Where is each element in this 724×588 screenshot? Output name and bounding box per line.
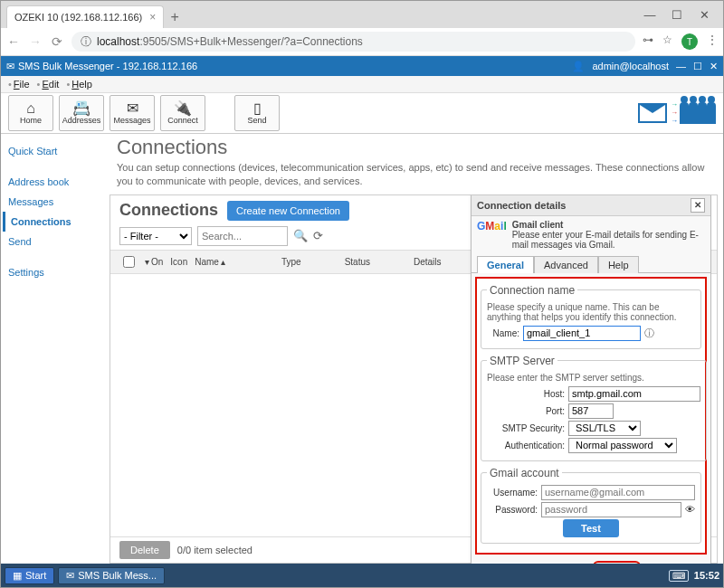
- sidebar-item-settings[interactable]: Settings: [3, 262, 102, 282]
- fieldset-connection-name: Connection name Please specify a unique …: [481, 284, 701, 349]
- back-icon[interactable]: ←: [6, 34, 21, 49]
- search-icon[interactable]: 🔍: [293, 229, 308, 242]
- select-all-checkbox[interactable]: [123, 256, 135, 268]
- maximize-icon[interactable]: ☐: [663, 1, 691, 28]
- auth-select[interactable]: Normal password: [568, 438, 677, 453]
- keyboard-icon[interactable]: ⌨: [669, 570, 689, 582]
- info-icon[interactable]: ⓘ: [81, 34, 91, 50]
- envelope-icon: ✉: [127, 101, 138, 116]
- new-tab-button[interactable]: +: [164, 6, 186, 28]
- host-input[interactable]: [568, 386, 700, 402]
- eye-icon[interactable]: 👁: [685, 504, 695, 515]
- filter-select[interactable]: - Filter -: [119, 227, 192, 245]
- taskbar: ▦ Start ✉ SMS Bulk Mess... ⌨ 15:52: [1, 564, 723, 587]
- col-on[interactable]: ▾ On: [145, 257, 163, 267]
- auth-label: Authentication:: [487, 441, 565, 450]
- toolbar-addresses-button[interactable]: 📇Addresses: [59, 95, 104, 131]
- phone-icon: ▯: [253, 101, 262, 116]
- username-label: Username:: [487, 488, 538, 498]
- security-label: SMTP Security:: [487, 423, 565, 433]
- page-description: You can setup connections (devices, tele…: [104, 159, 723, 194]
- home-icon: ⌂: [26, 101, 35, 116]
- address-bar[interactable]: ⓘ localhost:9505/SMS+Bulk+Messenger/?a=C…: [71, 32, 635, 52]
- conn-name-hint: Please specify a unique name. This can b…: [487, 302, 695, 322]
- fieldset-gmail-account: Gmail account Username: Password:👁 Test: [481, 467, 701, 544]
- panel-close-icon[interactable]: ✕: [691, 198, 705, 213]
- sidebar-item-addressbook[interactable]: Address book: [3, 172, 102, 192]
- test-button[interactable]: Test: [563, 519, 619, 537]
- close-icon[interactable]: ×: [149, 11, 156, 24]
- sidebar-item-quickstart[interactable]: Quick Start: [3, 141, 102, 161]
- menu-file[interactable]: FFileile: [14, 79, 30, 90]
- name-label: Name:: [487, 328, 519, 338]
- details-title: Connection details: [477, 200, 566, 211]
- url-host: localhost: [97, 35, 139, 48]
- browser-tabbar: OZEKI 10 (192.168.112.166) × + — ☐ ✕: [1, 1, 723, 28]
- side-nav: Quick Start Address book Messages Connec…: [1, 134, 104, 564]
- forward-icon: →: [28, 34, 43, 49]
- port-input[interactable]: [568, 403, 614, 419]
- page-title: Connections: [104, 136, 723, 159]
- user-icon: 👤: [572, 61, 585, 72]
- delete-button[interactable]: Delete: [119, 541, 170, 559]
- user-label[interactable]: admin@localhost: [592, 61, 669, 71]
- connections-heading: Connections: [119, 201, 218, 220]
- app-maximize-icon[interactable]: ☐: [693, 61, 702, 72]
- client-desc: Please enter your E-mail details for sen…: [512, 230, 705, 250]
- menu-help[interactable]: Help: [71, 79, 92, 90]
- url-path: :9505/SMS+Bulk+Messenger/?a=Connections: [139, 35, 363, 48]
- close-window-icon[interactable]: ✕: [691, 1, 718, 28]
- port-label: Port:: [487, 406, 565, 416]
- menubar: •FFileile •Edit •Help: [1, 76, 723, 93]
- col-status[interactable]: Status: [345, 257, 370, 267]
- star-icon[interactable]: ☆: [662, 33, 672, 50]
- start-button[interactable]: ▦ Start: [5, 567, 54, 584]
- menu-edit[interactable]: Edit: [42, 79, 59, 90]
- col-details[interactable]: Details: [414, 257, 442, 267]
- connections-panel: Connections Create new Connection - Filt…: [110, 194, 718, 564]
- tab-help[interactable]: Help: [598, 256, 639, 273]
- sidebar-item-send[interactable]: Send: [3, 232, 102, 251]
- tab-advanced[interactable]: Advanced: [534, 256, 598, 273]
- host-label: Host:: [487, 389, 565, 399]
- app-minimize-icon[interactable]: —: [676, 61, 686, 71]
- legend-gmail: Gmail account: [487, 467, 562, 479]
- fieldset-smtp: SMTP Server Please enter the SMTP server…: [481, 355, 707, 461]
- name-input[interactable]: [523, 326, 641, 341]
- password-label: Password:: [487, 505, 538, 515]
- key-icon[interactable]: ⊶: [643, 33, 653, 50]
- reload-icon[interactable]: ⟳: [50, 34, 64, 49]
- toolbar-connect-button[interactable]: 🔌Connect: [160, 95, 205, 131]
- tab-title: OZEKI 10 (192.168.112.166): [14, 12, 142, 23]
- toolbar-messages-button[interactable]: ✉Messages: [110, 95, 155, 131]
- col-type[interactable]: Type: [281, 257, 301, 267]
- addressbook-icon: 📇: [72, 101, 90, 116]
- toolbar-send-button[interactable]: ▯Send: [234, 95, 280, 131]
- client-title: Gmail client: [512, 220, 705, 230]
- security-select[interactable]: SSL/TLS: [568, 421, 641, 436]
- col-icon[interactable]: Icon: [170, 257, 187, 267]
- toolbar-home-button[interactable]: ⌂Home: [8, 95, 53, 131]
- search-input[interactable]: [197, 226, 288, 246]
- refresh-icon[interactable]: ⟳: [313, 229, 323, 242]
- sidebar-item-messages[interactable]: Messages: [3, 192, 102, 212]
- app-title: SMS Bulk Messenger - 192.168.112.166: [18, 61, 197, 71]
- tab-general[interactable]: General: [477, 256, 534, 273]
- app-close-icon[interactable]: ✕: [710, 61, 718, 72]
- menu-icon[interactable]: ⋮: [707, 33, 718, 50]
- password-input[interactable]: [541, 502, 681, 517]
- app-titlebar: ✉SMS Bulk Messenger - 192.168.112.166 👤 …: [1, 56, 723, 76]
- app-envelope-icon: ✉: [6, 61, 14, 72]
- taskbar-app-button[interactable]: ✉ SMS Bulk Mess...: [58, 567, 165, 584]
- help-icon[interactable]: ⓘ: [644, 327, 654, 340]
- col-name[interactable]: Name▴: [195, 257, 225, 267]
- create-connection-button[interactable]: Create new Connection: [227, 201, 349, 221]
- browser-tab[interactable]: OZEKI 10 (192.168.112.166) ×: [6, 5, 164, 28]
- profile-avatar[interactable]: T: [681, 33, 698, 50]
- minimize-icon[interactable]: —: [636, 1, 663, 28]
- details-tabs: General Advanced Help: [472, 255, 710, 273]
- username-input[interactable]: [541, 485, 695, 500]
- brand-graphic: →→→: [638, 101, 716, 125]
- sidebar-item-connections[interactable]: Connections: [3, 212, 102, 232]
- gmail-logo-icon: GMail: [477, 220, 507, 232]
